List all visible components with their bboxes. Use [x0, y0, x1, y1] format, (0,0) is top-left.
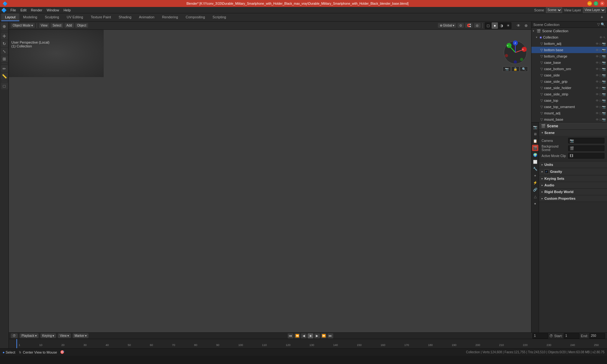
- render-icon-6[interactable]: 📷: [602, 74, 606, 77]
- marker-menu[interactable]: Marker ▾: [73, 333, 89, 338]
- gizmo-toggle[interactable]: ⊕: [523, 22, 529, 29]
- object-menu[interactable]: Object: [75, 23, 88, 28]
- prev-keyframe-button[interactable]: ⏪: [294, 333, 300, 338]
- render-icon-7[interactable]: 📷: [602, 80, 606, 83]
- props-object-icon[interactable]: ⬜: [532, 159, 538, 165]
- background-scene-value[interactable]: 🎬: [568, 145, 604, 151]
- outliner-item-case-side-strip[interactable]: ▽ case_side_strip 👁 □ 📷: [531, 91, 607, 97]
- view-menu[interactable]: View: [39, 23, 50, 28]
- props-scene-icon[interactable]: 🎬: [532, 145, 538, 151]
- outliner-item-case-side[interactable]: ▽ case_side 👁 □ 📷: [531, 72, 607, 78]
- props-world-icon[interactable]: 🌍: [532, 152, 538, 158]
- minimize-button[interactable]: —: [587, 1, 592, 6]
- props-material-icon[interactable]: ●: [532, 200, 538, 207]
- eye-icon-9[interactable]: 👁: [596, 86, 599, 90]
- pivot-point[interactable]: ⊙: [457, 23, 464, 28]
- props-data-icon[interactable]: △: [532, 193, 538, 200]
- keying-sets-section-header[interactable]: ▸ Keying Sets: [539, 175, 607, 182]
- render-icon-8[interactable]: 📷: [602, 86, 606, 90]
- outliner-item-scene-collection[interactable]: ▾ 🎬 Scene Collection: [531, 28, 607, 34]
- stop-button[interactable]: ■: [308, 333, 313, 338]
- tab-add-workspace[interactable]: +: [598, 13, 606, 21]
- solid-shading[interactable]: ●: [492, 22, 498, 29]
- render-icon-5[interactable]: 📷: [602, 67, 606, 71]
- outliner-item-case-top-ornament[interactable]: ▽ case_top_ornament 👁 □ 📷: [531, 104, 607, 110]
- render-icon-10[interactable]: 📷: [602, 99, 606, 102]
- render-icon-9[interactable]: 📷: [602, 93, 606, 96]
- start-frame-input[interactable]: 1: [564, 333, 579, 339]
- center-view-indicator[interactable]: 🖱 Center View to Mouse: [18, 350, 57, 354]
- window-controls[interactable]: — □ ✕: [587, 1, 604, 6]
- outliner-item-case-base[interactable]: ▽ case_base 👁 □ 📷: [531, 59, 607, 66]
- eye-icon-7[interactable]: 👁: [596, 74, 599, 77]
- outliner-search-icon[interactable]: 🔍: [601, 22, 605, 27]
- eye-icon-11[interactable]: 👁: [596, 99, 599, 102]
- tab-texture-paint[interactable]: Texture Paint: [87, 13, 115, 21]
- current-frame-input[interactable]: 1: [532, 333, 548, 339]
- viewport-icon-12[interactable]: □: [599, 112, 601, 115]
- outliner-item-collection[interactable]: ▾ ■ Collection 👁 ↖: [531, 34, 607, 40]
- outliner-item-mount-base[interactable]: ▽ mount_base 👁 □ 📷: [531, 116, 607, 123]
- render-icon-11[interactable]: 📷: [602, 105, 606, 109]
- snapping[interactable]: 🧲: [465, 23, 473, 28]
- camera-value[interactable]: 📷: [568, 138, 604, 143]
- wireframe-shading[interactable]: ◻: [485, 22, 491, 29]
- tab-compositing[interactable]: Compositing: [182, 13, 209, 21]
- scene-section-header[interactable]: ▾ Scene: [539, 130, 607, 136]
- tab-shading[interactable]: Shading: [115, 13, 135, 21]
- render-icon-4[interactable]: 📷: [602, 61, 606, 64]
- rendered-shading[interactable]: ☀: [505, 22, 511, 29]
- outliner-item-case-side-grip[interactable]: ▽ case_side_grip 👁 □ 📷: [531, 78, 607, 85]
- play-reverse-button[interactable]: ◀: [301, 333, 307, 338]
- outliner-item-case-bottom-orn[interactable]: ▽ case_bottom_orn 👁 □ 📷: [531, 66, 607, 72]
- play-button[interactable]: ▶: [314, 333, 320, 338]
- viewport-canvas[interactable]: User Perspective (Local) (1) Collection …: [9, 30, 531, 332]
- playback-menu[interactable]: Playback ▾: [20, 333, 39, 338]
- view-controls-search[interactable]: 🔍: [520, 66, 528, 72]
- viewport-icon-5[interactable]: □: [599, 67, 601, 71]
- custom-properties-section-header[interactable]: ▸ Custom Properties: [539, 195, 607, 202]
- menu-edit[interactable]: Edit: [19, 8, 28, 13]
- timeline-editor-icon[interactable]: ⏱: [11, 333, 18, 338]
- tab-layout[interactable]: Layout: [1, 13, 19, 21]
- select-menu[interactable]: Select: [51, 23, 63, 28]
- eye-icon-10[interactable]: 👁: [596, 93, 599, 96]
- render-icon-2[interactable]: 📷: [602, 48, 606, 52]
- add-cube-tool[interactable]: □: [1, 82, 8, 89]
- annotate-tool[interactable]: ✏: [1, 65, 8, 72]
- keying-menu[interactable]: Keying ▾: [40, 333, 56, 338]
- add-menu[interactable]: Add: [64, 23, 74, 28]
- eye-icon-5[interactable]: 👁: [596, 61, 599, 64]
- viewport-icon-9[interactable]: □: [599, 93, 601, 96]
- viewport-icon-4[interactable]: □: [599, 61, 601, 64]
- tab-rendering[interactable]: Rendering: [158, 13, 182, 21]
- material-shading[interactable]: ◑: [498, 22, 505, 29]
- props-constraints-icon[interactable]: 🔗: [532, 186, 538, 193]
- eye-icon-6[interactable]: 👁: [596, 67, 599, 71]
- timeline-body[interactable]: 1 10 20 30 40 50 60 70 80 90 100 110: [9, 339, 607, 348]
- viewport-icon[interactable]: □: [599, 42, 601, 46]
- rotate-tool[interactable]: ↻: [1, 40, 8, 47]
- eye-icon-14[interactable]: 👁: [596, 118, 599, 121]
- viewport-icon-7[interactable]: □: [599, 80, 601, 83]
- viewport-icon-6[interactable]: □: [599, 74, 601, 77]
- eye-icon-2[interactable]: 👁: [596, 42, 599, 46]
- outliner-item-bottom-adj[interactable]: ▽ bottom_adj 👁 □ 📷: [531, 40, 607, 47]
- eye-icon-12[interactable]: 👁: [596, 105, 599, 109]
- eye-icon-4[interactable]: 👁: [596, 55, 599, 58]
- outliner-filter-icon[interactable]: ▽: [597, 22, 600, 27]
- props-output-icon[interactable]: 🖥: [532, 131, 538, 137]
- units-section-header[interactable]: ▸ Units: [539, 161, 607, 168]
- menu-file[interactable]: File: [9, 8, 18, 13]
- proportional-editing[interactable]: ◎: [474, 23, 481, 28]
- overlay-toggle[interactable]: 👁: [515, 22, 522, 29]
- rigid-body-world-section-header[interactable]: ▸ Rigid Body World: [539, 189, 607, 195]
- props-particles-icon[interactable]: ✦: [532, 173, 538, 179]
- jump-end-button[interactable]: ⏭: [328, 333, 333, 338]
- outliner-item-case-side-holder[interactable]: ▽ case_side_holder 👁 □ 📷: [531, 85, 607, 91]
- select-mode-indicator[interactable]: ● Select: [3, 350, 15, 354]
- active-movie-clip-value[interactable]: 🎞: [568, 153, 604, 159]
- next-keyframe-button[interactable]: ⏩: [321, 333, 327, 338]
- outliner-item-bottom-base[interactable]: ▽ bottom base 👁 □ 📷: [531, 47, 607, 53]
- cursor-tool[interactable]: ⊕: [1, 23, 8, 30]
